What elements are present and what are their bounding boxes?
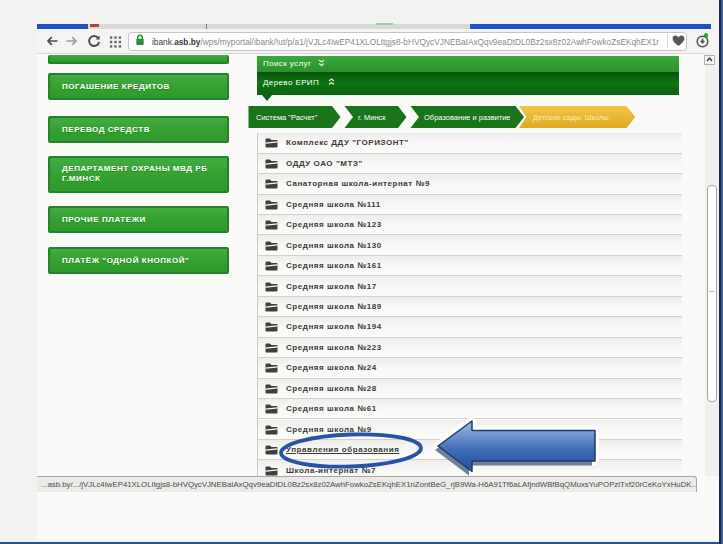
svg-text:Образование и развитие: Образование и развитие bbox=[424, 112, 511, 121]
svg-text:Детские сады, Школы: Детские сады, Школы bbox=[533, 112, 609, 121]
svg-text:г. Минск: г. Минск bbox=[358, 112, 386, 121]
svg-text:Система "Расчет": Система "Расчет" bbox=[256, 112, 318, 121]
